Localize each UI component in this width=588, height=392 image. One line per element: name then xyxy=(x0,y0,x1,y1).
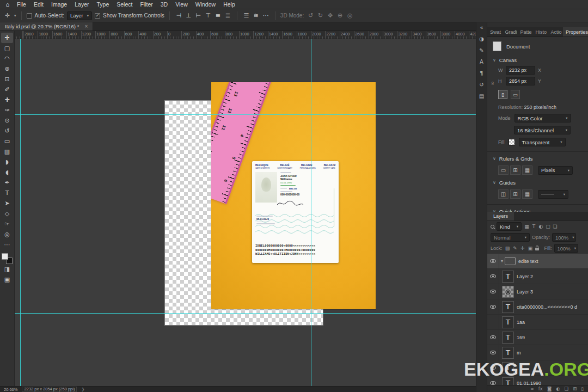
auto-select-target-dropdown[interactable]: Layer ▾ xyxy=(67,11,92,20)
foreground-color-swatch[interactable] xyxy=(2,253,8,260)
align-bottom-edges-icon[interactable]: ≣ xyxy=(224,12,232,19)
filter-type-layers-icon[interactable]: T xyxy=(531,224,537,229)
history-icon[interactable]: ↺ xyxy=(479,82,483,88)
type-tool[interactable]: T xyxy=(1,188,13,198)
ruler-icon[interactable]: ▭ xyxy=(498,166,509,175)
guide-horizontal[interactable] xyxy=(15,114,476,115)
lock-position-icon[interactable]: ✛ xyxy=(520,246,526,251)
align-vertical-centers-icon[interactable]: ⊥ xyxy=(185,12,193,19)
color-swatches[interactable] xyxy=(2,253,13,264)
filter-pixel-layers-icon[interactable]: ▦ xyxy=(524,224,530,229)
guide-vertical[interactable] xyxy=(20,39,21,386)
horizontal-ruler[interactable]: 2000180016001400120010008006004002000200… xyxy=(15,31,476,39)
guide-vertical[interactable] xyxy=(311,39,311,386)
tab-properties[interactable]: Properties xyxy=(563,27,588,36)
fill-dropdown[interactable]: 100% ▾ xyxy=(554,244,578,253)
layer-row[interactable]: ▾edite text xyxy=(487,254,588,269)
healing-brush-tool[interactable]: ✚ xyxy=(1,95,13,105)
new-layer-icon[interactable]: ⊞ xyxy=(573,386,577,391)
clear-guides-icon[interactable]: ▦ xyxy=(522,189,532,199)
new-group-icon[interactable]: ❏ xyxy=(565,386,569,391)
layer-mask-icon[interactable]: ◙ xyxy=(547,386,552,391)
move-tool[interactable]: ✛ xyxy=(1,33,13,43)
zoom-tool[interactable]: ◎ xyxy=(1,229,13,240)
visibility-toggle[interactable] xyxy=(487,315,499,329)
tab-patte[interactable]: Patte xyxy=(518,27,533,36)
menu-help[interactable]: Help xyxy=(219,1,239,8)
grid-settings-icon[interactable]: ▦ xyxy=(522,166,532,175)
x-field[interactable] xyxy=(546,66,575,75)
menu-image[interactable]: Image xyxy=(47,1,71,8)
menu-layer[interactable]: Layer xyxy=(71,1,93,8)
brush-tool[interactable]: ✑ xyxy=(1,105,13,115)
opacity-dropdown[interactable]: 100% ▾ xyxy=(552,233,576,242)
layer-row[interactable]: TLayer 2 xyxy=(487,269,588,284)
auto-select-checkbox[interactable] xyxy=(27,13,32,19)
clone-stamp-tool[interactable]: ⊙ xyxy=(1,115,13,126)
link-layers-icon[interactable]: ∞ xyxy=(530,386,534,391)
visibility-toggle[interactable] xyxy=(487,345,499,360)
history-brush-tool[interactable]: ↺ xyxy=(1,126,13,136)
layer-effects-icon[interactable]: fx xyxy=(538,386,543,391)
layer-row[interactable]: T1aa xyxy=(487,315,588,330)
bit-depth-dropdown[interactable]: 16 Bits/Channel ▾ xyxy=(514,126,571,134)
lock-artboard-icon[interactable]: ▣ xyxy=(528,246,534,251)
paragraph-icon[interactable]: ¶ xyxy=(480,70,483,76)
document-tab[interactable]: Italy id.psd @ 20.7% (RGB/16) * × xyxy=(0,22,93,30)
new-guide-icon[interactable]: ◫ xyxy=(498,189,509,199)
more-options-icon[interactable]: ⋯ xyxy=(262,12,270,19)
blur-tool[interactable]: ◗ xyxy=(1,157,13,167)
close-tab-icon[interactable]: × xyxy=(84,23,88,29)
menu-3d[interactable]: 3D xyxy=(157,1,171,8)
menu-file[interactable]: File xyxy=(13,1,30,8)
tab-layers[interactable]: Layers xyxy=(487,212,514,220)
tab-histo[interactable]: Histo xyxy=(533,27,548,36)
pen-tool[interactable]: ✒ xyxy=(1,177,13,188)
canvas-fill-dropdown[interactable]: Transparent ▾ xyxy=(519,138,566,146)
height-field[interactable]: 2854 px xyxy=(506,77,535,85)
tab-gradi[interactable]: Gradi xyxy=(503,27,518,36)
libraries-icon[interactable]: ▤ xyxy=(479,93,484,99)
id-card-object[interactable]: BELGIQUEBELGIËBELGIENBELGIUM CARTE D'IDE… xyxy=(252,161,339,263)
filter-adjustment-layers-icon[interactable]: ◐ xyxy=(538,224,544,229)
guide-style-dropdown[interactable]: ▾ xyxy=(538,190,568,199)
collapse-panels-icon[interactable]: « xyxy=(480,24,483,30)
filter-kind-dropdown[interactable]: Kind ▾ xyxy=(497,222,522,231)
visibility-toggle[interactable] xyxy=(487,269,499,284)
layer-row[interactable]: Layer 3 xyxy=(487,284,588,299)
lock-all-icon[interactable] xyxy=(535,248,539,250)
grid-icon[interactable]: ⊞ xyxy=(510,166,520,175)
y-field[interactable] xyxy=(546,77,575,85)
gradient-tool[interactable]: ▥ xyxy=(1,146,13,157)
rulers-grids-section-header[interactable]: ∨ Rulers & Grids xyxy=(487,153,588,163)
chevron-right-icon[interactable]: ❯ xyxy=(81,387,84,391)
align-top-edges-icon[interactable]: ⊤ xyxy=(204,12,212,19)
home-icon[interactable]: ⌂ xyxy=(2,1,13,8)
portrait-orientation-icon[interactable]: ▯ xyxy=(498,90,507,99)
menu-select[interactable]: Select xyxy=(113,1,136,8)
lock-pixels-icon[interactable]: ✎ xyxy=(512,246,518,251)
eraser-tool[interactable]: ▭ xyxy=(1,136,13,146)
path-selection-tool[interactable]: ➤ xyxy=(1,198,13,209)
menu-view[interactable]: View xyxy=(171,1,192,8)
quick-mask-tool[interactable]: ◨ xyxy=(1,264,13,274)
menu-type[interactable]: Type xyxy=(93,1,113,8)
shape-tool[interactable]: ◇ xyxy=(1,209,13,219)
zoom-level[interactable]: 20.66% xyxy=(4,387,17,392)
guide-horizontal[interactable] xyxy=(15,313,476,314)
distribute-vertical-icon[interactable]: ☰ xyxy=(242,12,250,19)
photo-layer[interactable]: 1514131211456 BELGIQUEBELGIËBELGIENBELGI… xyxy=(211,82,376,309)
visibility-toggle[interactable] xyxy=(487,330,499,345)
visibility-toggle[interactable] xyxy=(487,299,499,314)
align-horizontal-centers-icon[interactable]: ≡ xyxy=(214,12,222,19)
marquee-tool[interactable]: ▢ xyxy=(1,43,13,53)
adjustments-icon[interactable]: ◑ xyxy=(479,36,484,42)
visibility-toggle[interactable] xyxy=(487,284,499,299)
layer-row[interactable]: Tm xyxy=(487,345,588,360)
filter-smart-objects-icon[interactable]: ❏ xyxy=(552,224,558,229)
lock-transparency-icon[interactable]: ▨ xyxy=(505,246,511,251)
crop-tool[interactable]: ⊡ xyxy=(1,74,13,84)
adjustment-layer-icon[interactable]: ◐ xyxy=(556,386,560,391)
align-right-edges-icon[interactable]: ⊢ xyxy=(194,12,203,19)
canvas-section-header[interactable]: ∨ Canvas xyxy=(487,54,588,65)
